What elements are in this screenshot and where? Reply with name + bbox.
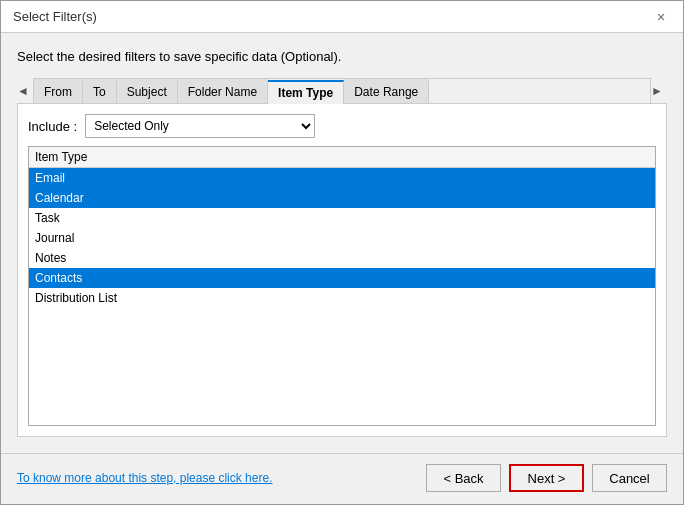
tab-to[interactable]: To <box>83 79 117 103</box>
item-type-listbox[interactable]: Item Type Email Calendar Task Journal No… <box>28 146 656 426</box>
tab-content: Include : All Selected Only Unselected O… <box>17 103 667 437</box>
bottom-bar: To know more about this step, please cli… <box>1 453 683 504</box>
tab-item-type[interactable]: Item Type <box>268 80 344 104</box>
list-header: Item Type <box>29 147 655 168</box>
tab-folder-name[interactable]: Folder Name <box>178 79 268 103</box>
list-item[interactable]: Email <box>29 168 655 188</box>
btn-group: < Back Next > Cancel <box>426 464 667 492</box>
dialog-title: Select Filter(s) <box>13 9 97 24</box>
next-button[interactable]: Next > <box>509 464 584 492</box>
tab-arrow-left[interactable]: ◄ <box>17 84 33 98</box>
tab-nav-wrapper: ◄ From To Subject Folder Name Item Type … <box>17 78 667 103</box>
dialog: Select Filter(s) × Select the desired fi… <box>0 0 684 505</box>
tab-subject[interactable]: Subject <box>117 79 178 103</box>
close-button[interactable]: × <box>651 7 671 27</box>
include-label: Include : <box>28 119 77 134</box>
tab-date-range[interactable]: Date Range <box>344 79 429 103</box>
list-item[interactable]: Calendar <box>29 188 655 208</box>
title-bar: Select Filter(s) × <box>1 1 683 33</box>
list-item[interactable]: Distribution List <box>29 288 655 308</box>
list-item[interactable]: Notes <box>29 248 655 268</box>
list-item[interactable]: Journal <box>29 228 655 248</box>
dialog-body: Select the desired filters to save speci… <box>1 33 683 445</box>
list-item[interactable]: Task <box>29 208 655 228</box>
help-link[interactable]: To know more about this step, please cli… <box>17 471 272 485</box>
tabs-container: From To Subject Folder Name Item Type Da… <box>33 78 651 103</box>
include-row: Include : All Selected Only Unselected O… <box>28 114 656 138</box>
list-column-header: Item Type <box>35 150 649 164</box>
instruction-text: Select the desired filters to save speci… <box>17 49 667 64</box>
cancel-button[interactable]: Cancel <box>592 464 667 492</box>
list-item[interactable]: Contacts <box>29 268 655 288</box>
back-button[interactable]: < Back <box>426 464 501 492</box>
include-select[interactable]: All Selected Only Unselected Only <box>85 114 315 138</box>
tab-arrow-right[interactable]: ► <box>651 84 667 98</box>
tab-from[interactable]: From <box>34 79 83 103</box>
